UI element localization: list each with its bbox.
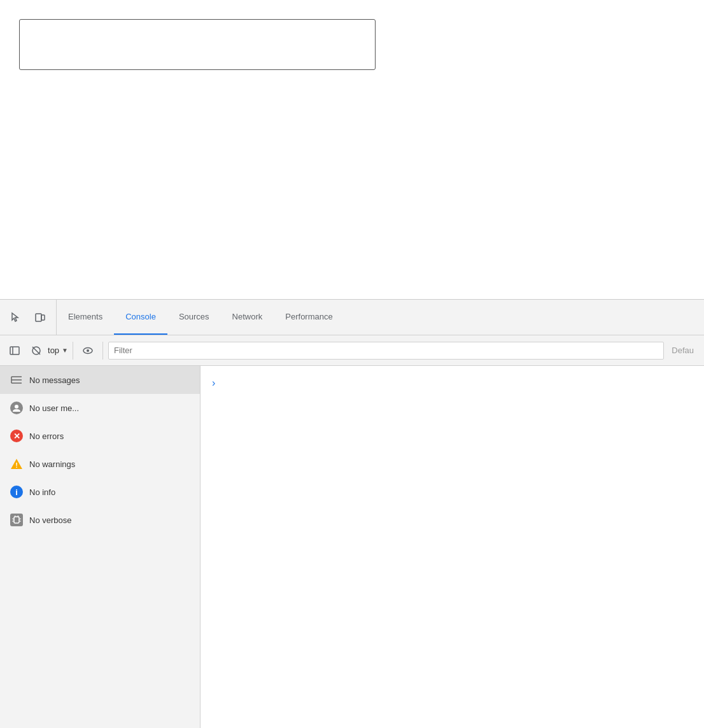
bug-icon: [11, 515, 22, 525]
sidebar-verbose-label: No verbose: [29, 515, 71, 525]
eye-icon: [82, 345, 94, 356]
collapse-icon: [10, 346, 20, 356]
svg-rect-0: [36, 314, 41, 321]
sidebar-messages-label: No messages: [29, 375, 80, 385]
tab-elements[interactable]: Elements: [57, 300, 114, 335]
svg-text:!: !: [15, 461, 18, 469]
svg-point-12: [15, 405, 18, 409]
toggle-device-button[interactable]: [29, 307, 51, 328]
filter-input[interactable]: [108, 342, 664, 360]
sidebar-info-label: No info: [29, 487, 55, 497]
svg-point-7: [87, 349, 89, 352]
devtools-tab-bar: Elements Console Sources Network Perform…: [0, 300, 704, 335]
person-icon: [12, 403, 21, 412]
sidebar-item-verbose[interactable]: No verbose: [0, 506, 200, 534]
console-main-area: ›: [201, 366, 704, 728]
context-selector[interactable]: top ▼: [48, 341, 67, 360]
verbose-icon: [10, 514, 23, 526]
clear-icon: [31, 346, 41, 356]
sidebar-warnings-label: No warnings: [29, 459, 75, 469]
list-icon: [11, 375, 22, 385]
sidebar-item-errors[interactable]: ✕ No errors: [0, 422, 200, 450]
triangle-warning-icon: !: [10, 458, 23, 470]
cursor-icon: [10, 312, 22, 323]
toolbar-divider: [73, 342, 73, 360]
default-levels-label: Defau: [666, 346, 699, 355]
tab-performance[interactable]: Performance: [274, 300, 344, 335]
console-toolbar: top ▼ Defau: [0, 335, 704, 366]
sidebar-item-messages[interactable]: No messages: [0, 366, 200, 394]
sidebar-errors-label: No errors: [29, 431, 64, 441]
warning-icon: !: [10, 458, 23, 470]
svg-rect-15: [14, 517, 19, 523]
live-expressions-button[interactable]: [78, 341, 97, 360]
dropdown-arrow-icon: ▼: [62, 347, 68, 354]
collapse-sidebar-button[interactable]: [5, 341, 24, 360]
sidebar-user-messages-label: No user me...: [29, 403, 79, 413]
inspect-element-button[interactable]: [5, 307, 27, 328]
sidebar-item-user-messages[interactable]: No user me...: [0, 394, 200, 422]
tab-console[interactable]: Console: [114, 300, 167, 335]
tab-sources[interactable]: Sources: [167, 300, 221, 335]
browser-input-box[interactable]: [19, 19, 376, 70]
sidebar-item-warnings[interactable]: ! No warnings: [0, 450, 200, 478]
svg-rect-1: [41, 315, 45, 320]
toolbar-divider-2: [102, 342, 103, 360]
console-sidebar: No messages No user me... ✕ No errors: [0, 366, 201, 728]
user-icon: [10, 402, 23, 414]
messages-icon: [10, 374, 23, 386]
info-icon: i: [10, 486, 23, 498]
error-icon: ✕: [10, 430, 23, 442]
svg-rect-2: [10, 347, 19, 354]
context-label: top: [48, 346, 59, 355]
tab-network[interactable]: Network: [221, 300, 274, 335]
sidebar-item-info[interactable]: i No info: [0, 478, 200, 506]
device-icon: [34, 312, 46, 323]
devtools-panel: Elements Console Sources Network Perform…: [0, 299, 704, 728]
browser-content: [0, 0, 704, 299]
console-content: No messages No user me... ✕ No errors: [0, 366, 704, 728]
devtools-icon-group: [0, 300, 57, 335]
clear-console-button[interactable]: [27, 341, 46, 360]
console-prompt-chevron[interactable]: ›: [212, 377, 215, 389]
devtools-tabs: Elements Console Sources Network Perform…: [57, 300, 704, 335]
